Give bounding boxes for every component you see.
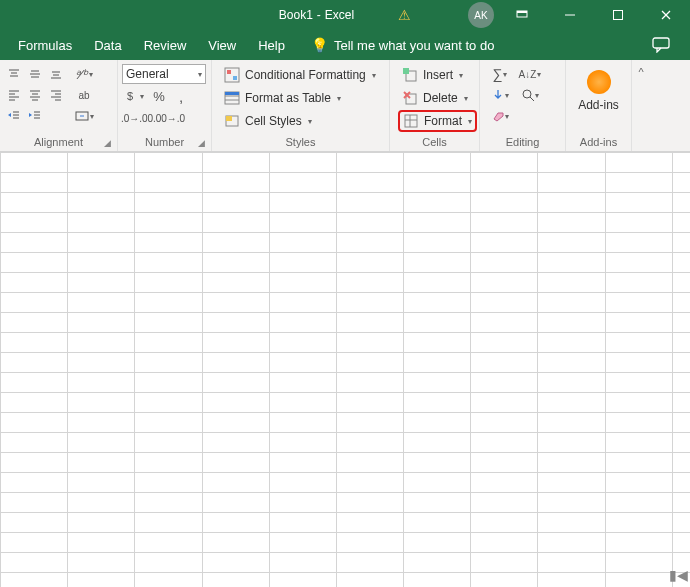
cell[interactable] (1, 273, 68, 293)
cell[interactable] (202, 213, 269, 233)
sort-filter-icon[interactable]: A↓Z▾ (518, 64, 542, 84)
cell[interactable] (471, 473, 538, 493)
cell[interactable] (672, 313, 690, 333)
cell[interactable] (269, 573, 336, 588)
cell[interactable] (538, 493, 605, 513)
cell[interactable] (404, 313, 471, 333)
cell[interactable] (538, 533, 605, 553)
cell[interactable] (68, 293, 135, 313)
cell[interactable] (672, 253, 690, 273)
cell[interactable] (202, 233, 269, 253)
cell[interactable] (336, 393, 403, 413)
cell[interactable] (471, 253, 538, 273)
cell[interactable] (471, 513, 538, 533)
cell[interactable] (471, 533, 538, 553)
cell[interactable] (269, 233, 336, 253)
cell[interactable] (68, 153, 135, 173)
cell[interactable] (605, 173, 672, 193)
cell[interactable] (605, 293, 672, 313)
cell[interactable] (269, 373, 336, 393)
cell[interactable] (471, 553, 538, 573)
cell[interactable] (135, 413, 202, 433)
collapse-ribbon-icon[interactable]: ^ (632, 60, 650, 151)
cell[interactable] (404, 333, 471, 353)
cell[interactable] (538, 273, 605, 293)
cell[interactable] (538, 333, 605, 353)
cell[interactable] (202, 513, 269, 533)
cell[interactable] (404, 433, 471, 453)
ribbon-options-icon[interactable] (502, 1, 542, 29)
cell[interactable] (202, 493, 269, 513)
cell[interactable] (68, 373, 135, 393)
cell[interactable] (672, 213, 690, 233)
cell[interactable] (404, 373, 471, 393)
cell[interactable] (404, 493, 471, 513)
cell[interactable] (471, 273, 538, 293)
cell[interactable] (336, 273, 403, 293)
cell[interactable] (68, 333, 135, 353)
align-middle-icon[interactable] (25, 64, 45, 84)
cell[interactable] (202, 333, 269, 353)
orientation-icon[interactable]: ᵃ⁄ᵇ▾ (70, 64, 98, 84)
cell[interactable] (135, 313, 202, 333)
cell[interactable] (269, 533, 336, 553)
dialog-launcher-icon[interactable]: ◢ (104, 138, 111, 148)
tab-view[interactable]: View (198, 34, 246, 57)
cell[interactable] (404, 573, 471, 588)
cell[interactable] (135, 433, 202, 453)
cell[interactable] (672, 473, 690, 493)
cell[interactable] (672, 153, 690, 173)
cell[interactable] (605, 193, 672, 213)
cell[interactable] (68, 233, 135, 253)
cell[interactable] (336, 233, 403, 253)
cell[interactable] (336, 153, 403, 173)
cell[interactable] (471, 233, 538, 253)
cell[interactable] (336, 433, 403, 453)
cell[interactable] (68, 353, 135, 373)
cell[interactable] (135, 393, 202, 413)
cell[interactable] (471, 493, 538, 513)
cell[interactable] (605, 493, 672, 513)
cell[interactable] (269, 273, 336, 293)
cell[interactable] (1, 533, 68, 553)
cell[interactable] (538, 293, 605, 313)
cell[interactable] (336, 333, 403, 353)
cell[interactable] (404, 253, 471, 273)
cell[interactable] (135, 473, 202, 493)
cell[interactable] (538, 433, 605, 453)
maximize-icon[interactable] (598, 1, 638, 29)
cell[interactable] (269, 353, 336, 373)
cell[interactable] (336, 573, 403, 588)
cell[interactable] (1, 353, 68, 373)
cell[interactable] (202, 253, 269, 273)
cell[interactable] (269, 153, 336, 173)
cell[interactable] (672, 233, 690, 253)
cell[interactable] (471, 313, 538, 333)
cell[interactable] (538, 313, 605, 333)
cell[interactable] (404, 393, 471, 413)
cell[interactable] (605, 253, 672, 273)
cell[interactable] (135, 533, 202, 553)
cell[interactable] (135, 253, 202, 273)
align-bottom-icon[interactable] (46, 64, 66, 84)
cell[interactable] (471, 573, 538, 588)
cell[interactable] (68, 553, 135, 573)
cell[interactable] (202, 313, 269, 333)
cell[interactable] (1, 193, 68, 213)
cell[interactable] (202, 373, 269, 393)
cell[interactable] (404, 453, 471, 473)
cell[interactable] (538, 153, 605, 173)
tab-data[interactable]: Data (84, 34, 131, 57)
cell[interactable] (336, 513, 403, 533)
cell[interactable] (135, 333, 202, 353)
cell[interactable] (202, 273, 269, 293)
cell[interactable] (135, 213, 202, 233)
cell[interactable] (269, 453, 336, 473)
cell[interactable] (538, 393, 605, 413)
cell[interactable] (404, 513, 471, 533)
cell[interactable] (336, 353, 403, 373)
cell[interactable] (471, 293, 538, 313)
spreadsheet[interactable]: ▮◀ (0, 152, 690, 587)
cell[interactable] (471, 173, 538, 193)
cell[interactable] (68, 253, 135, 273)
